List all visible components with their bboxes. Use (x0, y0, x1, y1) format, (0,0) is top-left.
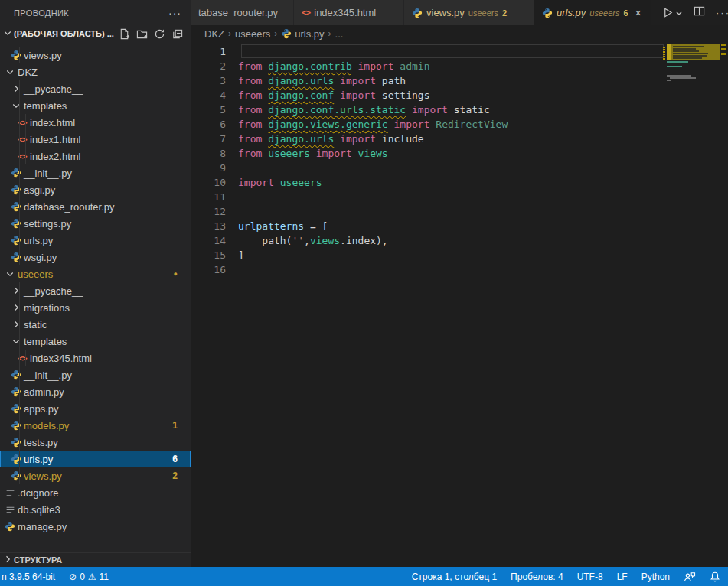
line-number: 8 (191, 146, 238, 161)
tree-item-database-roouter-py[interactable]: database_roouter.py (0, 198, 191, 215)
indent-guide (19, 198, 20, 215)
code-line-7[interactable]: 7from django.urls import include (191, 132, 728, 146)
status-item[interactable]: Строка 1, столбец 1 (412, 571, 497, 582)
breadcrumb-item[interactable]: DKZ (204, 28, 224, 40)
tree-item-wsgi-py[interactable]: wsgi.py (0, 249, 191, 265)
file-icon (5, 505, 15, 515)
breadcrumb-item[interactable]: useeers (235, 28, 270, 40)
tree-item-label: apps.py (24, 403, 59, 415)
tree-item-index-html[interactable]: <>index.html (0, 114, 191, 131)
indent-guide (25, 114, 26, 131)
tree-item-db-sqlite3[interactable]: db.sqlite3 (0, 501, 191, 518)
run-python-file-button[interactable] (662, 7, 683, 18)
code-line-1[interactable]: 1 (191, 44, 728, 59)
chevron-down-icon (3, 28, 12, 37)
tree-item-settings-py[interactable]: settings.py (0, 215, 191, 232)
tree-item-urls-py[interactable]: urls.py6 (0, 451, 191, 467)
tree-item--init-py[interactable]: __init__.py (0, 366, 191, 383)
code-line-9[interactable]: 9 (191, 161, 728, 175)
feedback-icon (684, 571, 696, 582)
tab-tabase-roouter-py[interactable]: tabase_roouter.py (191, 0, 294, 25)
tab-index345-html[interactable]: <>index345.html (294, 0, 404, 25)
problems-status[interactable]: ⊘ 0 ⚠ 11 (69, 571, 109, 582)
breadcrumb-item[interactable]: ... (335, 28, 344, 40)
explorer-more-icon[interactable]: ··· (168, 7, 181, 19)
tree-item-label: manage.py (18, 521, 67, 532)
code-line-10[interactable]: 10import useeers (191, 175, 728, 190)
tree-item-tests-py[interactable]: tests.py (0, 434, 191, 451)
refresh-icon[interactable] (154, 28, 165, 40)
tree-item-manage-py[interactable]: manage.py (0, 518, 191, 535)
play-icon (662, 7, 674, 18)
code-line-14[interactable]: 14 path('',views.index), (191, 233, 728, 248)
tree-item-templates[interactable]: templates (0, 97, 191, 114)
tree-item-migrations[interactable]: migrations (0, 299, 191, 316)
tree-item-views-py[interactable]: views.py (0, 47, 191, 63)
tree-item--init-py[interactable]: __init__.py (0, 164, 191, 181)
tree-item-asgi-py[interactable]: asgi.py (0, 181, 191, 198)
overview-ruler[interactable] (720, 42, 728, 567)
problems-badge: 2 (172, 470, 191, 481)
workspace-section-header[interactable]: (РАБОЧАЯ ОБЛАСТЬ) ... (0, 25, 191, 42)
code-editor[interactable]: 12from django.contrib import admin3from … (191, 42, 728, 567)
code-line-16[interactable]: 16 (191, 262, 728, 277)
current-line-highlight (241, 44, 664, 58)
tab-urls-py[interactable]: urls.pyuseeers6× (534, 0, 651, 25)
status-item[interactable]: Пробелов: 4 (511, 571, 563, 582)
code-line-2[interactable]: 2from django.contrib import admin (191, 59, 728, 73)
code-line-6[interactable]: 6from django.views.generic import Redire… (191, 117, 728, 132)
code-line-15[interactable]: 15] (191, 248, 728, 262)
tab-description: useeers (589, 8, 619, 18)
line-number: 10 (191, 175, 238, 190)
close-icon[interactable]: × (635, 7, 641, 19)
code-line-4[interactable]: 4from django.conf import settings (191, 88, 728, 103)
code-line-12[interactable]: 12 (191, 204, 728, 219)
collapse-all-icon[interactable] (171, 28, 183, 40)
code-line-3[interactable]: 3from django.urls import path (191, 73, 728, 88)
chevron-down-icon (5, 269, 15, 278)
line-number: 3 (191, 73, 238, 88)
feedback-button[interactable] (684, 571, 696, 582)
new-file-icon[interactable] (119, 28, 130, 40)
tree-item-dkz[interactable]: DKZ (0, 63, 191, 80)
code-line-8[interactable]: 8from useeers import views (191, 146, 728, 161)
tree-item-models-py[interactable]: models.py1 (0, 417, 191, 434)
line-number: 9 (191, 161, 238, 175)
tab-bar: tabase_roouter.py<>index345.htmlviews.py… (191, 0, 728, 25)
tree-item-admin-py[interactable]: admin.py (0, 383, 191, 400)
tab-views-py[interactable]: views.pyuseeers2 (404, 0, 534, 25)
outline-section-header[interactable]: СТРУКТУРА (0, 552, 191, 567)
tree-item-useeers[interactable]: useeers● (0, 265, 191, 282)
line-number: 12 (191, 204, 238, 219)
python-interpreter-status[interactable]: n 3.9.5 64-bit (2, 571, 55, 582)
split-editor-icon[interactable] (694, 5, 705, 20)
tree-item--pycache-[interactable]: __pycache__ (0, 80, 191, 97)
tree-item-views-py[interactable]: views.py2 (0, 467, 191, 484)
tree-item-index2-html[interactable]: <>index2.html (0, 148, 191, 164)
tree-item-apps-py[interactable]: apps.py (0, 400, 191, 417)
status-item[interactable]: LF (617, 571, 628, 582)
indent-guide (19, 350, 20, 366)
code-line-5[interactable]: 5from django.conf.urls.static import sta… (191, 103, 728, 117)
line-number: 14 (191, 233, 238, 248)
tree-item-templates[interactable]: templates (0, 333, 191, 350)
code-line-11[interactable]: 11 (191, 190, 728, 204)
tree-item-label: urls.py (24, 235, 53, 246)
tree-item-label: views.py (24, 470, 62, 482)
tree-item-urls-py[interactable]: urls.py (0, 232, 191, 249)
minimap[interactable] (667, 44, 720, 136)
notifications-bell-button[interactable] (710, 571, 720, 582)
tree-item--dcignore[interactable]: .dcignore (0, 484, 191, 501)
code-line-13[interactable]: 13urlpatterns = [ (191, 219, 728, 233)
status-item[interactable]: UTF-8 (577, 571, 603, 582)
status-item[interactable]: Python (641, 571, 670, 582)
tree-item-static[interactable]: static (0, 316, 191, 333)
tree-item-index345-html[interactable]: <>index345.html (0, 350, 191, 366)
breadcrumb-item[interactable]: urls.py (281, 28, 324, 40)
python-icon (5, 521, 15, 532)
explorer-title: ПРОВОДНИК (14, 8, 69, 18)
new-folder-icon[interactable] (136, 28, 148, 40)
more-actions-icon[interactable]: ··· (716, 7, 728, 18)
tree-item--pycache-[interactable]: __pycache__ (0, 282, 191, 299)
tree-item-index1-html[interactable]: <>index1.html (0, 131, 191, 148)
